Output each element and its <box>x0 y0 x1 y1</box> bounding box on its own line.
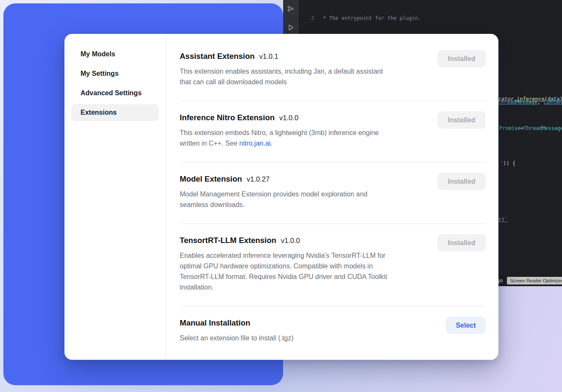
extension-version: v1.0.27 <box>247 174 270 185</box>
extension-version: v1.0.0 <box>281 235 300 246</box>
nitro-link[interactable]: nitro.jan.ai. <box>239 140 273 147</box>
sidebar-item-advanced-settings[interactable]: Advanced Settings <box>71 85 159 102</box>
extension-description: This extension enables assistants, inclu… <box>180 66 383 87</box>
extension-row-nitro: Inference Nitro Extension v1.0.0 This ex… <box>180 101 486 162</box>
extension-description: Model Management Extension provides mode… <box>180 189 367 210</box>
extension-title: Assistant Extension v1.0.1 <box>180 51 383 62</box>
extension-row-tensorrt: TensortRT-LLM Extension v1.0.0 Enables a… <box>180 224 486 306</box>
extension-row-assistant: Assistant Extension v1.0.1 This extensio… <box>180 40 486 101</box>
code-fragment: t}` <box>498 216 508 223</box>
extensions-list: Assistant Extension v1.0.1 This extensio… <box>166 34 498 360</box>
extension-row-model: Model Extension v1.0.27 Model Management… <box>180 163 486 224</box>
extension-title: TensortRT-LLM Extension v1.0.0 <box>180 235 387 246</box>
extension-name: Assistant Extension <box>180 51 255 62</box>
extension-name: Model Extension <box>180 174 242 185</box>
extension-name: Inference Nitro Extension <box>180 112 275 123</box>
code-line: 2 * The entrypoint for the plugin. <box>299 15 562 22</box>
extension-version: v1.0.0 <box>279 112 298 123</box>
installed-button[interactable]: Installed <box>437 234 486 251</box>
code-fragment: Promise<ThreadMessage> <box>499 125 562 132</box>
settings-sidebar: My Models My Settings Advanced Settings … <box>64 34 166 360</box>
sidebar-item-my-settings[interactable]: My Settings <box>71 65 159 82</box>
installed-button[interactable]: Installed <box>437 173 486 190</box>
sidebar-item-extensions[interactable]: Extensions <box>71 104 159 121</box>
extension-description: Enables accelerated inference leveraging… <box>180 250 387 293</box>
code-fragment: rator.inference(data)); <box>498 96 562 102</box>
sidebar-item-my-models[interactable]: My Models <box>71 46 159 63</box>
extension-title: Model Extension v1.0.27 <box>180 174 367 185</box>
code-fragment: ')) { <box>500 160 515 167</box>
screen-reader-badge[interactable]: Screen Reader Optimized <box>507 277 562 284</box>
extension-description: This extension embeds Nitro, a lightweig… <box>180 127 379 149</box>
installed-button[interactable]: Installed <box>437 50 486 67</box>
installed-button[interactable]: Installed <box>437 111 486 129</box>
line-number: 2 <box>299 15 314 22</box>
select-button[interactable]: Select <box>446 317 486 334</box>
extension-title: Inference Nitro Extension v1.0.0 <box>180 112 379 123</box>
git-graph-icon[interactable] <box>287 5 294 12</box>
desktop-background: 2 * The entrypoint for the plugin. 3 */ … <box>0 0 562 392</box>
manual-installation-row: Manual Installation Select an extension … <box>180 306 486 357</box>
settings-modal: My Models My Settings Advanced Settings … <box>64 34 498 360</box>
play-icon[interactable] <box>287 23 295 32</box>
manual-installation-title: Manual Installation <box>180 317 294 329</box>
extension-name: TensortRT-LLM Extension <box>180 235 276 246</box>
extension-version: v1.0.1 <box>259 51 278 62</box>
manual-installation-description: Select an extension file to install (.tg… <box>180 333 294 343</box>
